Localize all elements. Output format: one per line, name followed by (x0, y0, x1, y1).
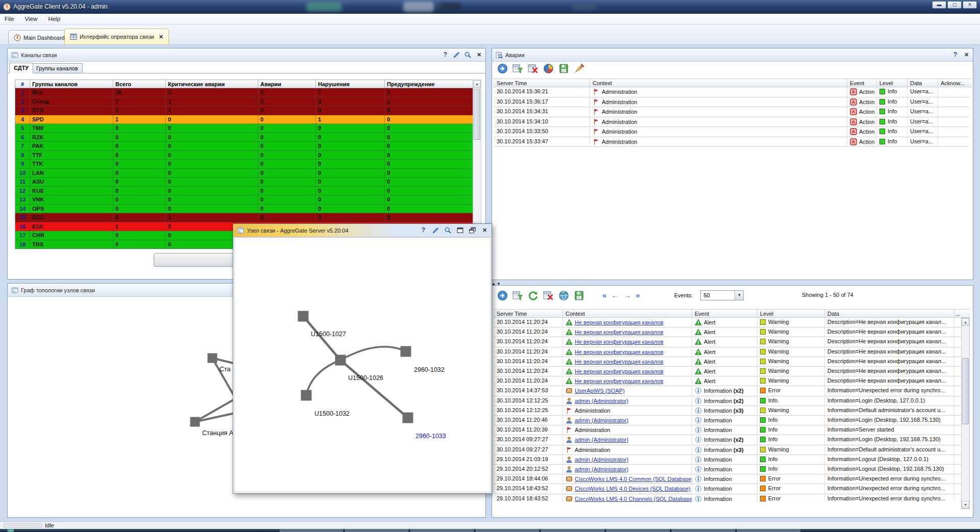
event-context-link[interactable]: Не верная конфигурация каналов (575, 329, 664, 335)
clean-broom-icon[interactable] (574, 63, 584, 74)
magnifier-icon[interactable] (444, 226, 452, 234)
menu-file[interactable]: File (0, 14, 19, 22)
save-icon[interactable] (574, 290, 584, 301)
column-header[interactable]: Server Time (494, 79, 590, 87)
previous-page-icon[interactable]: ← (611, 290, 619, 300)
channel-row[interactable]: 13VNK00000 (15, 195, 473, 205)
graph-node[interactable] (190, 417, 200, 427)
column-header[interactable]: Level (757, 310, 825, 317)
channel-row[interactable]: 14OPS00000 (15, 205, 473, 214)
tab-main-dashboard[interactable]: Main Dashboard (8, 30, 70, 44)
event-row[interactable]: 30.10.2014 11:20:24Не верная конфигураци… (493, 337, 970, 347)
alarm-acknowledge[interactable] (938, 87, 969, 97)
event-context-link[interactable]: CiscoWorks LMS 4.0 Common (SQL Database) (575, 476, 692, 482)
event-row[interactable]: 30.10.2014 14:37:53UserApiWS (SOAP)Infor… (493, 386, 970, 396)
node-graph[interactable]: U1500-1027U1500-10262960-1032U1500-10322… (235, 238, 490, 492)
event-row[interactable]: 30.10.2014 12:12:25AdministrationInforma… (493, 406, 970, 416)
graph-node[interactable] (403, 413, 413, 423)
alarm-acknowledge[interactable] (938, 127, 969, 137)
event-row[interactable]: 30.10.2014 11:20:39AdministrationInforma… (493, 425, 970, 435)
event-context-link[interactable]: UserApiWS (SOAP) (575, 388, 625, 394)
channel-row[interactable]: 2Стенд71231 (15, 97, 473, 107)
column-header[interactable]: Data (908, 79, 938, 87)
event-row[interactable]: 30.10.2014 09:27:27admin (Administrator)… (493, 435, 970, 445)
channel-row[interactable]: 1Все163571 (15, 88, 473, 97)
event-context-link[interactable]: CiscoWorks LMS 4.0 Channels (SQL Databas… (575, 496, 692, 502)
channel-row[interactable]: 12KUE00000 (15, 187, 473, 196)
column-header[interactable]: Event (847, 79, 877, 87)
channel-row[interactable]: 7PAK00000 (15, 142, 473, 151)
graph-node[interactable] (335, 355, 346, 366)
column-header[interactable]: Аварии (258, 80, 316, 88)
edit-icon[interactable] (453, 51, 460, 59)
restore-icon[interactable] (469, 226, 476, 234)
edit-icon[interactable] (432, 226, 439, 234)
go-icon[interactable] (497, 63, 508, 74)
start-button[interactable] (7, 529, 14, 532)
column-header[interactable]: # (15, 80, 30, 88)
column-header[interactable]: Всего (113, 80, 166, 88)
alarm-row[interactable]: 30.10.2014 15:34:31AdministrationAAction… (493, 107, 972, 117)
events-scrollbar[interactable]: ▲ ▼ (961, 318, 970, 509)
column-header[interactable]: Предупреждение (385, 80, 473, 88)
alarm-acknowledge[interactable] (938, 137, 969, 147)
alarm-acknowledge[interactable] (938, 97, 969, 108)
event-row[interactable]: 29.10.2014 20:12:52admin (Administrator)… (493, 465, 970, 474)
column-header[interactable]: Context (563, 310, 692, 317)
page-size-select[interactable]: 50 ▼ (700, 290, 744, 300)
channel-row[interactable]: 11ASU00000 (15, 178, 473, 187)
panel-splitter[interactable]: ▲▼ (492, 280, 973, 285)
channel-row[interactable]: 3DTS11000 (15, 106, 473, 115)
event-row[interactable]: 30.10.2014 11:20:24Не верная конфигураци… (493, 367, 970, 376)
close-button[interactable]: ✕ (963, 1, 977, 9)
taskbar-item[interactable] (410, 529, 474, 532)
help-icon[interactable]: ? (420, 226, 427, 234)
pie-chart-icon[interactable] (543, 63, 554, 74)
scroll-thumb[interactable] (474, 89, 480, 140)
channel-row[interactable]: 8TTF00000 (15, 151, 473, 160)
channel-row[interactable]: 5ТМК00000 (15, 124, 473, 133)
event-row[interactable]: 29.10.2014 21:03:19admin (Administrator)… (493, 455, 970, 465)
last-page-icon[interactable]: » (635, 290, 640, 300)
event-context-link[interactable]: admin (Administrator) (575, 466, 628, 472)
alarm-row[interactable]: 30.10.2014 15:33:50AdministrationAAction… (493, 127, 972, 137)
scroll-up-icon[interactable]: ▲ (962, 318, 969, 326)
subtab-channel-groups[interactable]: Группы каналов (32, 63, 83, 73)
alarm-row[interactable]: 30.10.2014 15:36:17AdministrationAAction… (493, 97, 972, 108)
maximize-icon[interactable] (456, 226, 464, 234)
filter-icon[interactable] (512, 63, 523, 74)
column-header[interactable]: Event (692, 310, 757, 317)
column-header[interactable]: Группы каналов (30, 80, 113, 88)
event-context-link[interactable]: Не верная конфигурация каналов (575, 349, 664, 355)
filter-icon[interactable] (512, 290, 523, 301)
channel-row[interactable]: 15ECC61230 (15, 213, 473, 222)
taskbar-item[interactable] (606, 529, 670, 532)
channel-row[interactable]: 4SPD10010 (15, 115, 473, 124)
clear-table-icon[interactable] (543, 290, 554, 301)
event-row[interactable]: 29.10.2014 18:44:06CiscoWorks LMS 4.0 Co… (493, 474, 970, 484)
taskbar-item[interactable] (737, 529, 800, 532)
graph-node[interactable] (401, 346, 411, 357)
next-page-icon[interactable]: → (623, 290, 631, 300)
subtab-sdtu[interactable]: СДТУ (9, 63, 33, 73)
channel-row[interactable]: 6RZK00000 (15, 133, 473, 142)
event-context-link[interactable]: admin (Administrator) (575, 417, 628, 423)
help-icon[interactable]: ? (951, 51, 959, 59)
close-icon[interactable]: ✕ (963, 51, 970, 59)
column-header[interactable]: Критические аварии (166, 80, 258, 88)
tab-operator-interface[interactable]: Интерфейс опреатора связи ✕ (64, 29, 169, 44)
maximize-button[interactable]: ▢ (947, 1, 962, 9)
column-header[interactable]: Acknow... (938, 79, 969, 87)
event-row[interactable]: 29.10.2014 18:43:52CiscoWorks LMS 4.0 Ch… (493, 494, 970, 502)
event-row[interactable]: 30.10.2014 11:20:24Не верная конфигураци… (493, 318, 970, 327)
event-context-link[interactable]: Не верная конфигурация каналов (575, 368, 664, 374)
channel-row[interactable]: 9TTK00000 (15, 160, 473, 169)
taskbar-item[interactable] (345, 529, 408, 532)
menu-help[interactable]: Help (43, 14, 65, 22)
magnifier-icon[interactable] (464, 51, 472, 59)
column-header[interactable]: Server Time (494, 310, 563, 317)
taskbar-item[interactable] (280, 529, 343, 532)
event-context-link[interactable]: Не верная конфигурация каналов (575, 359, 664, 365)
scroll-down-icon[interactable]: ▼ (962, 501, 969, 509)
save-icon[interactable] (558, 63, 569, 74)
